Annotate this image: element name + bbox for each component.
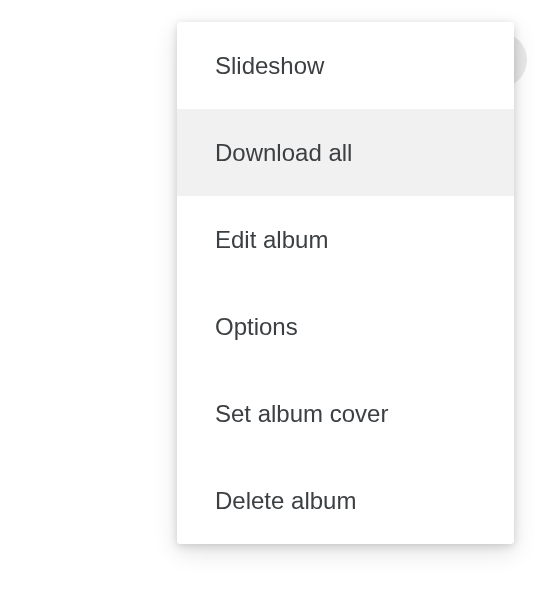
context-menu: Slideshow Download all Edit album Option… (177, 22, 514, 544)
menu-item-label: Options (215, 313, 298, 341)
menu-item-label: Edit album (215, 226, 328, 254)
menu-item-download-all[interactable]: Download all (177, 109, 514, 196)
menu-item-edit-album[interactable]: Edit album (177, 196, 514, 283)
menu-item-set-album-cover[interactable]: Set album cover (177, 370, 514, 457)
menu-item-label: Delete album (215, 487, 356, 515)
menu-item-label: Set album cover (215, 400, 388, 428)
menu-item-slideshow[interactable]: Slideshow (177, 22, 514, 109)
menu-item-options[interactable]: Options (177, 283, 514, 370)
menu-item-delete-album[interactable]: Delete album (177, 457, 514, 544)
menu-item-label: Download all (215, 139, 352, 167)
menu-item-label: Slideshow (215, 52, 324, 80)
